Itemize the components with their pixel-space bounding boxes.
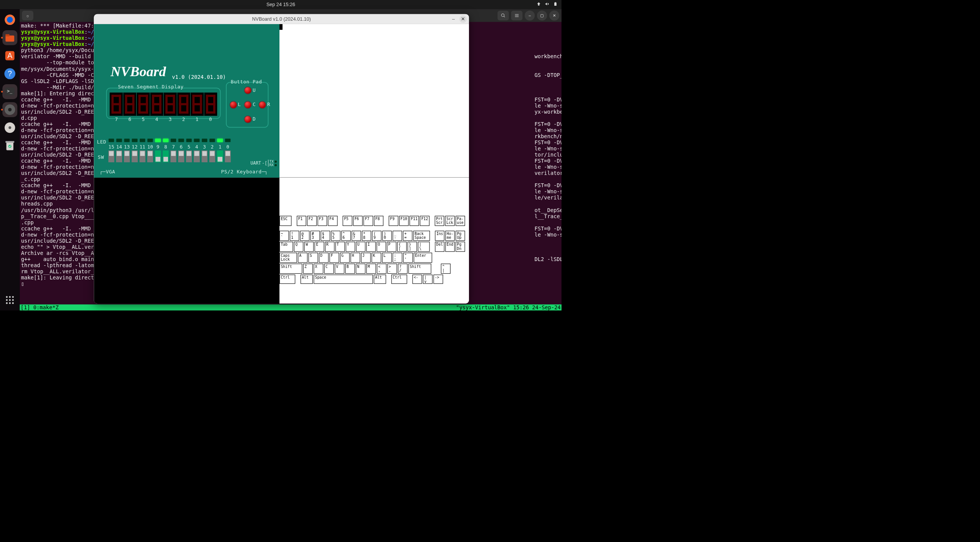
dock-firefox[interactable] — [2, 12, 17, 27]
switch-5[interactable] — [186, 150, 192, 162]
key[interactable]: Ho-me — [445, 231, 455, 241]
key[interactable]: H — [351, 253, 360, 263]
activities-button[interactable] — [4, 2, 5, 8]
key[interactable]: F9 — [389, 216, 398, 226]
key[interactable]: F10 — [399, 216, 409, 226]
key[interactable]: F11 — [410, 216, 419, 226]
switch-3[interactable] — [201, 150, 207, 162]
key[interactable]: F12 — [420, 216, 430, 226]
key[interactable]: W — [304, 242, 314, 251]
key[interactable]: X — [314, 264, 323, 274]
switch-12[interactable] — [132, 150, 138, 162]
key[interactable]: J — [361, 253, 371, 263]
key[interactable]: |\ — [418, 242, 430, 251]
dock-software[interactable]: A — [2, 48, 17, 63]
key[interactable]: $4 — [321, 231, 330, 241]
key[interactable]: PgUp — [456, 231, 465, 241]
key[interactable]: F5 — [343, 216, 352, 226]
nvboard-titlebar[interactable]: NVBoard v1.0 (2024.01.10) – ✕ — [94, 14, 469, 24]
key[interactable]: += — [403, 231, 413, 241]
key[interactable]: >. — [387, 264, 397, 274]
dock-terminal[interactable]: >_ — [2, 84, 17, 99]
key[interactable]: F6 — [353, 216, 363, 226]
key[interactable]: CapsLock — [279, 253, 297, 263]
key[interactable]: P — [387, 242, 397, 251]
key[interactable]: Q — [294, 242, 304, 251]
switch-11[interactable] — [139, 150, 145, 162]
key[interactable]: ScrLck — [445, 216, 455, 226]
switch-14[interactable] — [116, 150, 122, 162]
switch-6[interactable] — [178, 150, 184, 162]
key[interactable]: @2 — [300, 231, 310, 241]
key[interactable]: |v — [423, 274, 433, 284]
switch-15[interactable] — [108, 150, 114, 162]
key[interactable]: "' — [403, 253, 413, 263]
key[interactable]: ~` — [279, 231, 289, 241]
key[interactable]: R — [325, 242, 335, 251]
key[interactable]: U — [356, 242, 366, 251]
nvboard-close[interactable]: ✕ — [459, 15, 467, 23]
dock-disks[interactable] — [2, 120, 17, 135]
key[interactable]: F4 — [328, 216, 338, 226]
key[interactable]: ?/ — [398, 264, 407, 274]
window-maximize[interactable]: ▢ — [537, 11, 547, 21]
key[interactable]: T — [335, 242, 345, 251]
hamburger-button[interactable] — [511, 11, 523, 20]
dock-help[interactable]: ? — [2, 66, 17, 81]
key[interactable]: End — [445, 242, 455, 251]
key[interactable]: BackSpace — [413, 231, 430, 241]
key[interactable]: Shift — [408, 264, 431, 274]
switch-9[interactable] — [155, 150, 161, 162]
key[interactable]: <, — [377, 264, 386, 274]
key[interactable]: I — [366, 242, 376, 251]
key[interactable]: )0 — [382, 231, 392, 241]
key[interactable]: Del — [435, 242, 444, 251]
key[interactable]: &7 — [351, 231, 361, 241]
gnome-topbar[interactable]: Sep 24 15:26 — [0, 0, 562, 9]
switch-4[interactable] — [194, 150, 200, 162]
key[interactable]: O — [377, 242, 386, 251]
new-tab-button[interactable]: ▢ — [22, 11, 33, 20]
key[interactable]: N — [356, 264, 365, 274]
dock-trash[interactable] — [2, 138, 17, 153]
button-L[interactable] — [229, 101, 237, 109]
button-R[interactable] — [258, 101, 266, 109]
key[interactable]: (9 — [372, 231, 382, 241]
key[interactable]: Tab — [279, 242, 293, 251]
key[interactable]: Space — [314, 274, 373, 284]
key[interactable]: B — [345, 264, 355, 274]
button-D[interactable] — [244, 115, 252, 123]
key[interactable]: M — [366, 264, 376, 274]
dock-show-apps[interactable] — [2, 292, 17, 307]
switch-8[interactable] — [163, 150, 169, 162]
switch-2[interactable] — [209, 150, 216, 162]
key[interactable]: ^| — [441, 264, 451, 274]
key[interactable]: D — [319, 253, 328, 263]
network-icon[interactable] — [537, 2, 541, 8]
key[interactable]: ^6 — [341, 231, 351, 241]
key[interactable]: Enter — [414, 253, 432, 263]
key[interactable]: K — [372, 253, 381, 263]
key[interactable]: Shift — [279, 264, 302, 274]
switch-1[interactable] — [217, 150, 223, 162]
key[interactable]: Z — [303, 264, 313, 274]
button-U[interactable] — [244, 87, 252, 95]
key[interactable]: {[ — [397, 242, 407, 251]
key[interactable]: Alt — [301, 274, 313, 284]
key[interactable]: A — [298, 253, 307, 263]
key[interactable]: E — [315, 242, 324, 251]
key[interactable]: Alt — [374, 274, 386, 284]
key[interactable]: F8 — [374, 216, 384, 226]
key[interactable]: !1 — [290, 231, 299, 241]
key[interactable]: G — [340, 253, 350, 263]
key[interactable]: L — [382, 253, 392, 263]
switch-7[interactable] — [170, 150, 176, 162]
key[interactable]: V — [335, 264, 344, 274]
key[interactable]: PrtScr — [434, 216, 444, 226]
dock-settings[interactable] — [2, 102, 17, 117]
key[interactable]: Pa-use — [456, 216, 465, 226]
key[interactable]: *8 — [362, 231, 371, 241]
key[interactable]: #3 — [310, 231, 320, 241]
key[interactable]: F3 — [318, 216, 327, 226]
key[interactable]: %5 — [331, 231, 340, 241]
